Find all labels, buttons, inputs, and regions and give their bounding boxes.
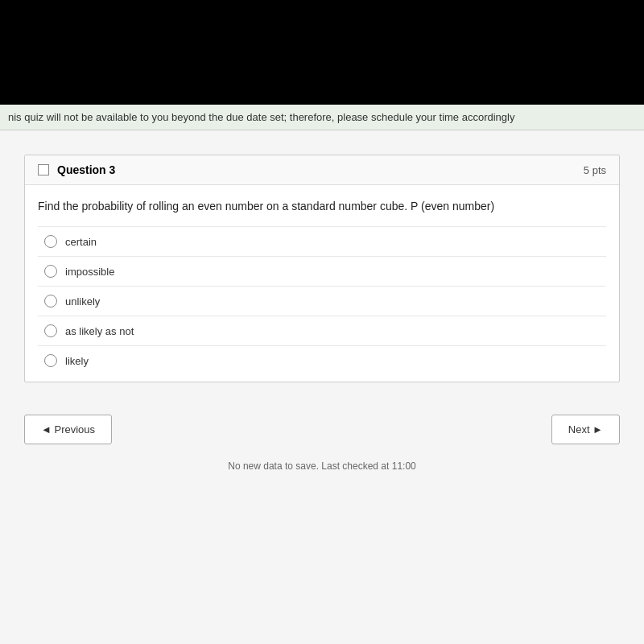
answer-option-opt2[interactable]: impossible xyxy=(38,256,606,286)
answer-label-opt5: likely xyxy=(65,355,89,367)
answer-option-opt4[interactable]: as likely as not xyxy=(38,316,606,345)
main-content: Question 3 5 pts Find the probability of… xyxy=(0,130,644,398)
radio-opt5 xyxy=(44,354,57,367)
notice-bar: nis quiz will not be available to you be… xyxy=(0,105,644,130)
question-points: 5 pts xyxy=(584,164,606,176)
notice-text: nis quiz will not be available to you be… xyxy=(8,111,514,123)
answer-label-opt2: impossible xyxy=(65,266,114,278)
answer-option-opt5[interactable]: likely xyxy=(38,345,606,375)
radio-opt1 xyxy=(44,235,57,248)
answer-option-opt1[interactable]: certain xyxy=(38,226,606,256)
footer-note: No new data to save. Last checked at 11:… xyxy=(0,452,644,472)
previous-button[interactable]: ◄ Previous xyxy=(24,415,112,444)
question-checkbox[interactable] xyxy=(38,164,49,175)
answer-label-opt4: as likely as not xyxy=(65,325,134,337)
black-bar xyxy=(0,0,644,105)
answer-label-opt1: certain xyxy=(65,236,97,248)
answer-option-opt3[interactable]: unlikely xyxy=(38,286,606,316)
question-header-left: Question 3 xyxy=(38,163,115,176)
question-title: Question 3 xyxy=(57,163,115,176)
footer-text: No new data to save. Last checked at 11:… xyxy=(228,460,415,472)
radio-opt2 xyxy=(44,265,57,278)
question-body: Find the probability of rolling an even … xyxy=(25,185,619,382)
answer-label-opt3: unlikely xyxy=(65,295,100,308)
next-button[interactable]: Next ► xyxy=(551,415,620,444)
question-header: Question 3 5 pts xyxy=(25,155,619,185)
question-text: Find the probability of rolling an even … xyxy=(38,198,606,215)
answer-options: certainimpossibleunlikelyas likely as no… xyxy=(38,226,606,375)
radio-opt3 xyxy=(44,295,57,308)
question-card: Question 3 5 pts Find the probability of… xyxy=(24,155,620,382)
nav-area: ◄ Previous Next ► xyxy=(0,398,644,452)
radio-opt4 xyxy=(44,324,57,337)
